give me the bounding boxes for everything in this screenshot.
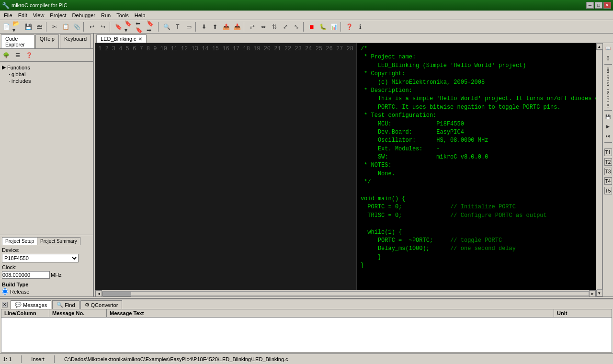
redo-button[interactable]: ↪ — [98, 22, 108, 32]
menu-item-project[interactable]: Project — [47, 11, 69, 19]
code-line: } — [361, 253, 592, 262]
rect-button[interactable]: ▭ — [183, 22, 194, 32]
copy-button[interactable]: 📋 — [60, 22, 71, 32]
vertical-scrollbar[interactable]: ▴ ▾ — [596, 43, 602, 296]
scroll-track[interactable] — [102, 291, 589, 296]
status-position: 1: 1 — [3, 356, 11, 362]
export3-button[interactable]: 📥 — [232, 22, 242, 32]
code-line — [361, 187, 592, 195]
editor-area[interactable]: 1 2 3 4 5 6 7 8 9 10 11 12 13 14 15 16 1… — [95, 43, 596, 296]
tab-keyboard[interactable]: Keyboard — [60, 34, 91, 48]
t3-label[interactable]: T3 — [604, 168, 612, 175]
scroll-right-button[interactable]: ▸ — [589, 290, 596, 297]
scroll-up-button[interactable]: ▴ — [596, 43, 603, 50]
about-button[interactable]: ℹ — [355, 22, 365, 32]
leaf-icon2: · — [9, 78, 10, 84]
tab-messages[interactable]: 💬 Messages — [11, 300, 51, 309]
cut-button[interactable]: ✂ — [49, 22, 60, 32]
paste-button[interactable]: 📎 — [71, 22, 82, 32]
t5-label[interactable]: T5 — [604, 187, 612, 194]
tree-functions[interactable]: ▶ Functions — [2, 64, 91, 71]
rs-save-button[interactable]: 💾 — [604, 113, 613, 121]
menu-item-debugger[interactable]: Debugger — [69, 11, 98, 19]
code-line: LED_Blinking (Simple 'Hello World' proje… — [361, 62, 592, 70]
clock-label: Clock: — [2, 264, 91, 270]
search-button[interactable]: 🔍 — [161, 22, 172, 32]
tree-list-button[interactable]: ☰ — [12, 50, 23, 60]
code-content[interactable]: /* * Project name: LED_Blinking (Simple … — [357, 43, 596, 290]
next-bookmark[interactable]: 🔖➡ — [146, 22, 157, 32]
new-button[interactable]: 📄 — [1, 22, 11, 32]
tab-close-button[interactable]: ✕ — [138, 36, 142, 42]
radio-release[interactable] — [2, 288, 8, 295]
t2-label[interactable]: T2 — [604, 158, 612, 166]
code-editor[interactable]: 1 2 3 4 5 6 7 8 9 10 11 12 13 14 15 16 1… — [95, 43, 596, 290]
rs-regi-end-label2[interactable]: REGI END — [606, 88, 611, 109]
rs-sep3 — [604, 142, 612, 143]
tab-project-setup[interactable]: Project Setup — [2, 237, 37, 245]
menu-item-edit[interactable]: Edit — [15, 11, 30, 19]
tab-project-summary[interactable]: Project Summary — [37, 237, 80, 245]
rs-book-button[interactable]: 📖 — [604, 44, 613, 53]
undo-button[interactable]: ↩ — [87, 22, 97, 32]
toggle1-button[interactable]: ⇄ — [247, 22, 258, 32]
save-button[interactable]: 💾 — [23, 22, 34, 32]
menu-item-tools[interactable]: Tools — [114, 11, 132, 19]
toggle3-button[interactable]: ⇅ — [269, 22, 280, 32]
toggle5-button[interactable]: ⤡ — [291, 22, 302, 32]
editor-and-sidebar: 1 2 3 4 5 6 7 8 9 10 11 12 13 14 15 16 1… — [95, 43, 613, 296]
bookmarks-dropdown[interactable]: 🔖▾ — [124, 22, 135, 32]
tab-qconvertor[interactable]: ⚙ QConvertor — [80, 300, 123, 309]
editor-tab-led-blinking[interactable]: LED_Blinking.c ✕ — [96, 34, 147, 43]
device-select[interactable]: P18F4550 P18F4520 P18F452 — [2, 254, 79, 262]
tree-children: · global · includes — [9, 71, 91, 84]
help-button[interactable]: ❓ — [344, 22, 354, 32]
scroll-thumb[interactable] — [102, 292, 131, 296]
prev-bookmark[interactable]: ⬅🔖 — [135, 22, 146, 32]
scroll-left-button[interactable]: ◂ — [95, 290, 102, 297]
qconvertor-icon: ⚙ — [85, 302, 90, 308]
menu-item-file[interactable]: File — [1, 11, 15, 19]
tab-qhelp[interactable]: QHelp — [35, 34, 59, 48]
menu-item-view[interactable]: View — [30, 11, 47, 19]
text-button[interactable]: T — [172, 22, 183, 32]
tree-global[interactable]: · global — [9, 71, 91, 78]
toggle2-button[interactable]: ⇔ — [258, 22, 269, 32]
menu-item-run[interactable]: Run — [98, 11, 114, 19]
toggle4-button[interactable]: ⤢ — [280, 22, 291, 32]
menu-item-help[interactable]: Help — [132, 11, 148, 19]
bookmarks-button[interactable]: 🔖 — [113, 22, 124, 32]
t1-label[interactable]: T1 — [604, 148, 612, 156]
export-button[interactable]: ⬆ — [210, 22, 220, 32]
tree-expand-button[interactable]: 🌳 — [1, 50, 11, 60]
export2-button[interactable]: 📤 — [221, 22, 231, 32]
tab-code-explorer[interactable]: Code Explorer — [1, 34, 34, 48]
status-sep1 — [21, 355, 22, 363]
rs-run-button[interactable]: ▶ — [604, 122, 613, 131]
clock-input[interactable] — [2, 271, 50, 279]
stop-button[interactable]: ⏹ — [306, 22, 317, 32]
bottom-close-button[interactable]: ✕ — [2, 302, 8, 307]
save-all-button[interactable]: 🗃 — [34, 22, 45, 32]
rs-code-button[interactable]: {} — [604, 54, 613, 62]
open-dropdown-button[interactable]: 📂▾ — [12, 22, 23, 32]
rs-regi-end-label1[interactable]: REGI END — [606, 67, 611, 87]
close-button[interactable]: ✕ — [603, 2, 611, 9]
minimize-button[interactable]: ─ — [586, 2, 594, 9]
output-button[interactable]: 📊 — [329, 22, 339, 32]
maximize-button[interactable]: □ — [595, 2, 602, 9]
t4-label[interactable]: T4 — [604, 177, 612, 185]
tree-functions-label: Functions — [7, 65, 30, 70]
import-button[interactable]: ⬇ — [199, 22, 209, 32]
code-line: PORTC = ~PORTC; // toggle PORTC — [361, 237, 592, 245]
rs-step-button[interactable]: ⏭ — [604, 132, 613, 140]
arrow-icon: ▶ — [2, 64, 6, 70]
tree-global-label: global — [11, 71, 25, 77]
tree-includes[interactable]: · includes — [9, 78, 91, 84]
debug-button[interactable]: 🐛 — [318, 22, 328, 32]
scroll-down-button[interactable]: ▾ — [596, 290, 603, 296]
vscroll-track[interactable] — [597, 50, 602, 290]
horizontal-scrollbar[interactable]: ◂ ▸ — [95, 290, 596, 296]
tab-find[interactable]: 🔍 Find — [52, 300, 79, 309]
tree-help-button[interactable]: ❓ — [24, 50, 34, 60]
